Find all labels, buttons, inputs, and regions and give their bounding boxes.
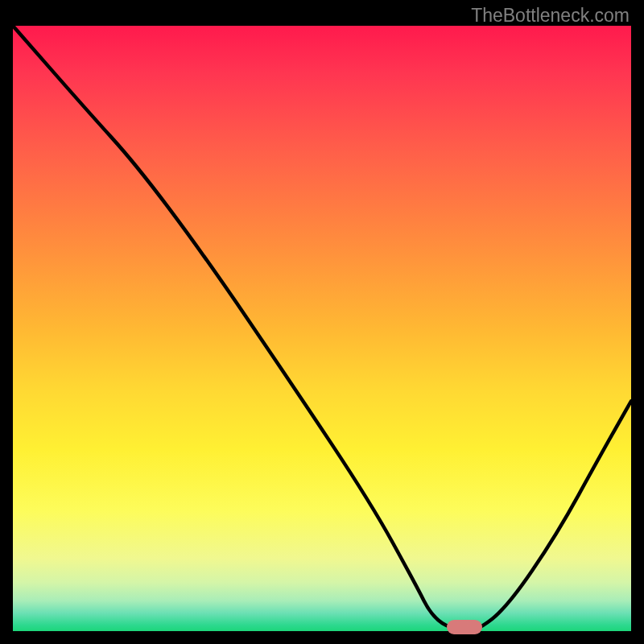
watermark-text: TheBottleneck.com	[471, 5, 630, 27]
optimal-marker	[447, 620, 482, 634]
curve-layer	[13, 26, 631, 631]
bottleneck-curve	[13, 26, 631, 631]
chart-plot-area	[13, 26, 631, 631]
